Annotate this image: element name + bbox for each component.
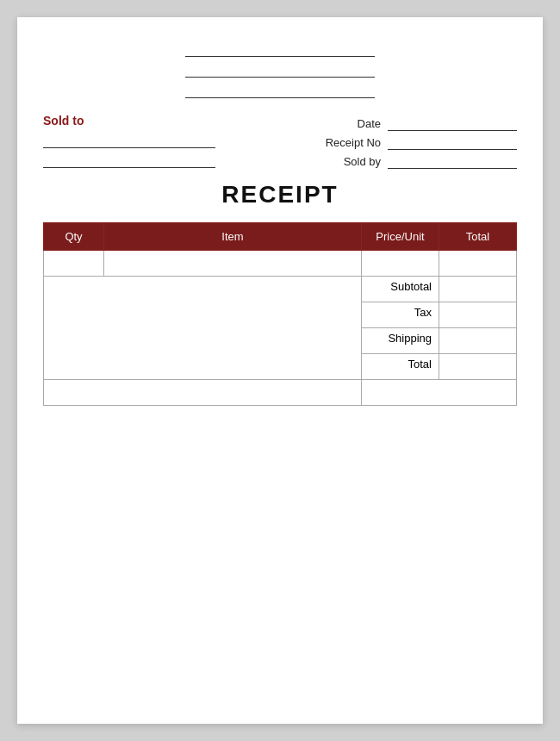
col-header-item: Item [104,223,362,251]
shipping-value[interactable] [439,328,517,354]
date-label: Date [320,117,381,130]
last-empty-row [44,380,517,406]
sold-to-input-2[interactable] [43,153,215,168]
summary-subtotal-row: Subtotal [44,277,517,302]
cell-total[interactable] [439,251,517,277]
receipt-page: Sold to Date Receipt No Sold by RECEIPT … [17,17,543,724]
col-header-price: Price/Unit [362,223,439,251]
cell-item[interactable] [104,251,362,277]
sold-by-input[interactable] [388,153,517,169]
summary-total-row: Total [44,354,517,380]
date-input[interactable] [388,115,517,131]
subtotal-value[interactable] [439,277,517,302]
shipping-label: Shipping [362,328,439,354]
table-header-row: Qty Item Price/Unit Total [44,223,517,251]
tax-label: Tax [362,302,439,328]
summary-tax-row: Tax [44,302,517,328]
address-line-2 [185,62,375,78]
sold-by-label: Sold by [320,155,381,168]
summary-shipping-row: Shipping [44,328,517,354]
sold-to-input-1[interactable] [43,133,215,148]
sold-to-label: Sold to [43,114,215,128]
receipt-no-row: Receipt No [320,134,517,150]
cell-price[interactable] [362,251,439,277]
cell-qty[interactable] [44,251,104,277]
top-address-section [43,41,517,103]
address-line-3 [185,83,375,98]
address-line-1 [185,41,375,57]
info-row: Sold to Date Receipt No Sold by [43,114,517,172]
sold-to-section: Sold to [43,114,215,172]
total-value[interactable] [439,354,517,380]
subtotal-label: Subtotal [362,277,439,302]
receipt-no-input[interactable] [388,134,517,150]
receipt-no-label: Receipt No [320,136,381,149]
table-body-row [44,251,517,277]
receipt-title: RECEIPT [43,181,517,209]
date-row: Date [320,115,517,131]
tax-value[interactable] [439,302,517,328]
total-label: Total [362,354,439,380]
col-header-total: Total [439,223,517,251]
receipt-table: Qty Item Price/Unit Total Subtotal Tax [43,222,517,406]
sold-by-row: Sold by [320,153,517,169]
col-header-qty: Qty [44,223,104,251]
meta-section: Date Receipt No Sold by [320,115,517,169]
